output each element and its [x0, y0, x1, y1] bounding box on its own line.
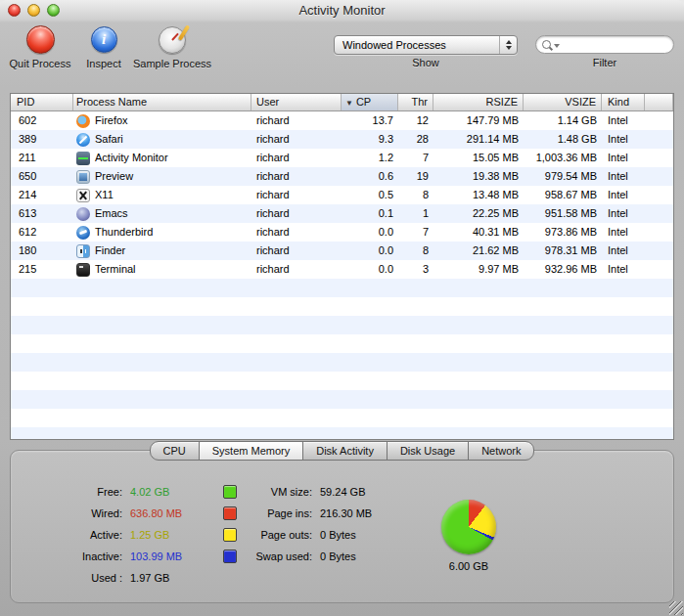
- threads-cell: 8: [398, 242, 433, 260]
- column-header-threads[interactable]: Thr: [398, 94, 433, 110]
- x11-icon: [76, 189, 90, 202]
- rsize-cell: 21.62 MB: [433, 242, 524, 260]
- free-value: 4.02 GB: [130, 485, 169, 499]
- process-name-cell: Terminal: [73, 260, 251, 279]
- free-label: Free:: [24, 485, 122, 499]
- cpu-cell: 0.0: [342, 223, 398, 242]
- table-header: PID Process Name User ▼CP Thr RSIZE VSIZ…: [11, 94, 673, 111]
- process-name-text: Firefox: [95, 111, 128, 130]
- process-row-safari[interactable]: 389 Safari richard 9.3 28 291.14 MB 1.48…: [11, 130, 673, 149]
- close-button[interactable]: [8, 4, 21, 17]
- vsize-cell: 978.31 MB: [524, 242, 602, 260]
- user-cell: richard: [251, 223, 342, 242]
- memory-row-inactive: Inactive: 103.99 MB Swap used: 0 Bytes: [11, 550, 673, 563]
- column-header-process-name[interactable]: Process Name: [73, 94, 251, 110]
- process-row-thunderbird[interactable]: 612 Thunderbird richard 0.0 7 40.31 MB 9…: [11, 223, 673, 242]
- process-name-text: Activity Monitor: [95, 149, 168, 167]
- tab-disk-usage[interactable]: Disk Usage: [387, 441, 469, 461]
- empty-row: [11, 409, 673, 427]
- user-cell: richard: [251, 111, 342, 130]
- process-name-cell: Firefox: [73, 111, 251, 130]
- sort-descending-icon: ▼: [345, 99, 353, 108]
- process-row-finder[interactable]: 180 Finder richard 0.0 8 21.62 MB 978.31…: [11, 242, 673, 260]
- page-outs-value: 0 Bytes: [320, 528, 356, 542]
- tab-network[interactable]: Network: [468, 441, 534, 461]
- threads-cell: 7: [398, 149, 433, 167]
- vsize-cell: 1.14 GB: [524, 111, 602, 130]
- inspect-button[interactable]: i Inspect: [78, 24, 129, 69]
- tab-cpu[interactable]: CPU: [150, 441, 200, 461]
- tab-system-memory[interactable]: System Memory: [199, 441, 303, 461]
- column-header-pid[interactable]: PID: [11, 94, 73, 110]
- process-name-text: X11: [95, 186, 114, 204]
- used-label: Used :: [24, 571, 122, 585]
- rsize-cell: 22.25 MB: [433, 204, 524, 223]
- cpu-cell: 13.7: [342, 111, 398, 130]
- emacs-icon: [76, 207, 90, 221]
- column-header-kind[interactable]: Kind: [602, 94, 645, 110]
- process-row-activity-monitor[interactable]: 211 Activity Monitor richard 1.2 7 15.05…: [11, 149, 673, 167]
- kind-cell: Intel: [602, 186, 645, 204]
- cpu-cell: 0.0: [342, 242, 398, 260]
- filter-input[interactable]: [563, 38, 667, 52]
- column-header-user[interactable]: User: [251, 94, 342, 110]
- arrow-up-icon: [506, 40, 512, 44]
- process-row-firefox[interactable]: 602 Firefox richard 13.7 12 147.79 MB 1.…: [11, 111, 673, 130]
- zoom-button[interactable]: [47, 4, 60, 17]
- empty-row: [11, 316, 673, 334]
- sample-process-label: Sample Process: [131, 58, 213, 69]
- process-row-preview[interactable]: 650 Preview richard 0.6 19 19.38 MB 979.…: [11, 167, 673, 186]
- activity-monitor-icon: [76, 152, 90, 165]
- kind-cell: Intel: [602, 111, 645, 130]
- column-header-rsize[interactable]: RSIZE: [433, 94, 524, 110]
- kind-cell: Intel: [602, 130, 645, 149]
- rsize-cell: 291.14 MB: [433, 130, 524, 149]
- vm-size-value: 59.24 GB: [320, 485, 365, 499]
- column-header-cpu[interactable]: ▼CP: [342, 94, 398, 110]
- tab-disk-activity[interactable]: Disk Activity: [302, 441, 388, 461]
- pid-cell: 389: [11, 130, 73, 149]
- process-row-terminal[interactable]: 215 Terminal richard 0.0 3 9.97 MB 932.9…: [11, 260, 673, 279]
- minimize-button[interactable]: [27, 4, 40, 17]
- filter-label: Filter: [535, 57, 674, 68]
- vm-size-label: VM size:: [234, 485, 312, 499]
- column-header-spacer: [645, 94, 673, 110]
- quit-process-button[interactable]: Quit Process: [5, 24, 75, 69]
- rsize-cell: 15.05 MB: [433, 149, 524, 167]
- process-table: PID Process Name User ▼CP Thr RSIZE VSIZ…: [10, 93, 674, 440]
- show-popup-button[interactable]: Windowed Processes: [334, 35, 518, 55]
- resize-grip[interactable]: [669, 601, 683, 615]
- user-cell: richard: [251, 186, 342, 204]
- user-cell: richard: [251, 242, 342, 260]
- process-name-text: Emacs: [95, 204, 128, 223]
- pid-cell: 214: [11, 186, 73, 204]
- user-cell: richard: [251, 204, 342, 223]
- cpu-cell: 0.5: [342, 186, 398, 204]
- threads-cell: 19: [398, 167, 433, 186]
- quit-process-label: Quit Process: [5, 58, 75, 69]
- show-popup-value: Windowed Processes: [335, 39, 499, 51]
- vsize-cell: 1,003.36 MB: [524, 149, 602, 167]
- preview-icon: [76, 170, 90, 184]
- row-spacer: [645, 111, 673, 130]
- search-icon: [542, 40, 551, 49]
- column-header-vsize[interactable]: VSIZE: [524, 94, 602, 110]
- sample-process-button[interactable]: Sample Process: [131, 24, 213, 69]
- cpu-cell: 0.1: [342, 204, 398, 223]
- vsize-cell: 973.86 MB: [524, 223, 602, 242]
- page-ins-value: 216.30 MB: [320, 506, 372, 520]
- terminal-icon: [76, 263, 90, 277]
- pid-cell: 215: [11, 260, 73, 279]
- process-name-text: Preview: [95, 167, 133, 186]
- row-spacer: [645, 260, 673, 279]
- threads-cell: 3: [398, 260, 433, 279]
- threads-cell: 7: [398, 223, 433, 242]
- title-bar[interactable]: Activity Monitor: [0, 0, 684, 22]
- process-name-text: Safari: [95, 130, 123, 149]
- filter-search-field[interactable]: [535, 35, 674, 54]
- process-row-x11[interactable]: 214 X11 richard 0.5 8 13.48 MB 958.67 MB…: [11, 186, 673, 204]
- process-row-emacs[interactable]: 613 Emacs richard 0.1 1 22.25 MB 951.58 …: [11, 204, 673, 223]
- process-name-cell: Activity Monitor: [73, 149, 251, 167]
- sample-gauge-icon: [159, 26, 186, 54]
- process-name-cell: Safari: [73, 130, 251, 149]
